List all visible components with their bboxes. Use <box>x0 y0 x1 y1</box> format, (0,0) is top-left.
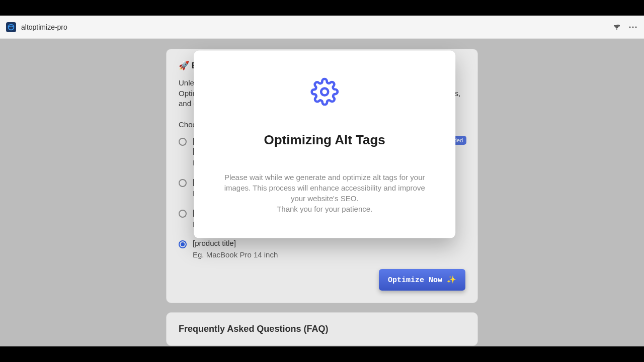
svg-point-5 <box>635 26 636 28</box>
radio-icon[interactable] <box>179 240 187 248</box>
pin-icon[interactable] <box>612 22 622 32</box>
app-icon <box>6 22 16 32</box>
svg-point-6 <box>321 88 328 95</box>
faq-card: Frequently Asked Questions (FAQ) <box>166 312 478 346</box>
topbar: altoptimize-pro <box>0 16 644 39</box>
window-top-blackbar <box>0 0 644 16</box>
option-line1: [product title] <box>193 238 465 248</box>
svg-rect-2 <box>616 28 617 30</box>
topbar-right-icons <box>612 16 638 38</box>
modal-title: Optimizing Alt Tags <box>217 132 432 147</box>
more-icon[interactable] <box>628 22 638 32</box>
radio-icon[interactable] <box>179 210 187 218</box>
page-body: 🚀 Elevate Your SEO Game with AltOptimize… <box>0 39 644 362</box>
radio-icon[interactable] <box>179 179 187 187</box>
option-example: Eg. MacBook Pro 14 inch <box>193 250 465 259</box>
radio-icon[interactable] <box>179 138 187 146</box>
modal-body-2: Thank you for your patience. <box>217 203 432 214</box>
app-name: altoptimize-pro <box>21 23 67 31</box>
card-actions: Optimize Now ✨ <box>179 269 465 291</box>
optimize-now-button[interactable]: Optimize Now ✨ <box>379 269 465 291</box>
window-bottom-blackbar <box>0 346 644 362</box>
modal-body-1: Please wait while we generate and optimi… <box>217 171 432 203</box>
gear-icon <box>217 77 432 106</box>
progress-modal: Optimizing Alt Tags Please wait while we… <box>194 50 455 238</box>
option-4[interactable]: [product title] Eg. MacBook Pro 14 inch <box>179 238 465 259</box>
svg-rect-0 <box>6 22 16 32</box>
faq-title: Frequently Asked Questions (FAQ) <box>179 324 465 334</box>
svg-point-3 <box>629 26 630 28</box>
svg-point-4 <box>632 26 633 28</box>
